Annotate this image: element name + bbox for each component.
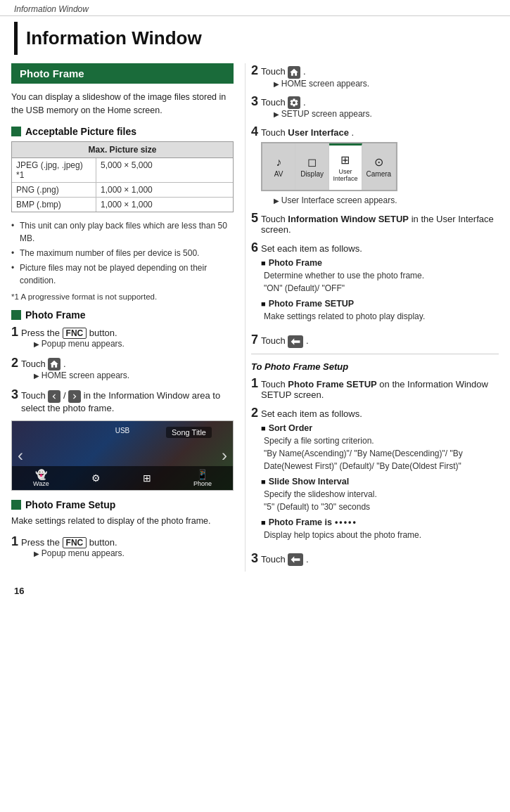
- notes-list: This unit can only play back files which…: [11, 219, 234, 287]
- subitem-photo-frame-is-title: Photo Frame is •••••: [261, 517, 499, 527]
- fnc-button-label: FNC: [63, 328, 87, 339]
- r-step-num-6: 6: [251, 240, 258, 255]
- subitem-slideshow-title: Slide Show Interval: [261, 477, 499, 486]
- back-icon-r7: [288, 335, 303, 348]
- tab-user-interface-label: User Interface: [332, 168, 359, 182]
- top-label: Information Window: [0, 0, 510, 16]
- tab-av-label: AV: [274, 170, 283, 178]
- tab-display: ◻ Display: [295, 143, 329, 190]
- intro-text: You can display a slideshow of the image…: [11, 91, 234, 117]
- step-1-result: Popup menu appears.: [21, 339, 125, 349]
- phone-icon: 📱 Phone: [193, 469, 212, 487]
- note-1: This unit can only play back files which…: [11, 219, 234, 245]
- acceptable-title: Acceptable Picture files: [11, 126, 234, 137]
- to-step-1-label: Touch Photo Frame SETUP on the Informati…: [261, 379, 488, 400]
- user-interface-icon: ⊞: [340, 153, 350, 167]
- step-1: 1 Press the FNC button. Popup menu appea…: [11, 325, 234, 349]
- settings-icon: ⚙: [91, 472, 101, 484]
- step-2-label: Touch .: [21, 359, 66, 369]
- to-step-num-2: 2: [251, 406, 258, 420]
- display-icon: ◻: [307, 155, 317, 169]
- to-section-title: To Photo Frame Setup: [251, 361, 499, 372]
- to-step-3-label: Touch .: [261, 554, 309, 565]
- right-arrow-icon: [68, 390, 81, 403]
- home-icon-r2: [288, 66, 300, 79]
- camera-icon: ⊙: [374, 155, 383, 169]
- right-column: 2 Touch . HOME screen appears. 3 Touch: [245, 63, 499, 572]
- subitem-photo-frame-is-body: Display help topics about the photo fram…: [261, 529, 499, 541]
- subitem-slideshow-body: Specify the slideshow interval. "5" (Def…: [261, 488, 499, 513]
- r-step-num-5: 5: [251, 211, 258, 226]
- r-step-4: 4 Touch User Interface . ♪ AV ◻ Display: [251, 124, 499, 205]
- r-step-7: 7 Touch .: [251, 333, 499, 348]
- waze-icon: 👻 Waze: [33, 469, 49, 487]
- r-step-num-4: 4: [251, 124, 258, 139]
- footnote: *1 A progressive format is not supported…: [11, 292, 234, 301]
- table-row: PNG (.png) 1,000 × 1,000: [12, 183, 233, 198]
- r-step-3-label: Touch .: [261, 97, 306, 108]
- r-step-7-label: Touch .: [261, 335, 309, 346]
- setup-step-1-label: Press the FNC button.: [21, 537, 117, 548]
- to-step-3: 3 Touch .: [251, 551, 499, 567]
- photo-frame-setup-sub-title: Photo Frame Setup: [11, 499, 234, 510]
- r-step-4-label: Touch User Interface .: [261, 127, 354, 138]
- gear-icon-r3: [288, 96, 300, 109]
- page-number: 16: [14, 586, 24, 596]
- table-cell-type-3: BMP (.bmp): [12, 198, 96, 212]
- r-step-3-result: SETUP screen appears.: [261, 109, 372, 119]
- page-title: Information Window: [26, 27, 202, 49]
- step-1-label: Press the FNC button.: [21, 328, 117, 338]
- step-2: 2 Touch . HOME screen appears.: [11, 356, 234, 381]
- step-2-result: HOME screen appears.: [21, 370, 129, 380]
- r-step-2-label: Touch .: [261, 66, 306, 77]
- table-cell-type-2: PNG (.png): [12, 183, 96, 197]
- ui-interface-screenshot: ♪ AV ◻ Display ⊞ User Interface ⊙: [261, 142, 397, 191]
- tab-camera: ⊙ Camera: [362, 143, 395, 190]
- to-step-num-3: 3: [251, 551, 258, 566]
- setup-step-num-1: 1: [11, 534, 18, 549]
- section-divider: [251, 354, 499, 354]
- apps-icon: ⊞: [143, 472, 151, 484]
- r-step-3: 3 Touch . SETUP screen appears.: [251, 94, 499, 120]
- av-icon: ♪: [276, 156, 281, 169]
- subitem-photo-frame-setup-body: Make settings related to photo play disp…: [261, 310, 425, 323]
- section-header-photo-frame: Photo Frame: [11, 63, 234, 84]
- bottom-bar: 👻 Waze ⚙ ⊞ 📱 Phone: [12, 466, 233, 490]
- note-3: Picture files may not be played dependin…: [11, 262, 234, 287]
- r-step-num-3: 3: [251, 94, 258, 109]
- subitem-photo-frame-body: Determine whether to use the photo frame…: [261, 269, 425, 295]
- back-icon-to3: [288, 553, 303, 566]
- r-step-6-label: Set each item as follows.: [261, 243, 362, 254]
- tab-camera-label: Camera: [366, 170, 392, 178]
- r-step-num-7: 7: [251, 333, 258, 347]
- note-2: The maximum number of files per device i…: [11, 247, 234, 259]
- home-screen-screenshot: USB Song Title ‹ › 👻 Waze ⚙ ⊞ 📱 Phone: [11, 420, 234, 491]
- step-num-2: 2: [11, 356, 18, 370]
- setup-step-1-result: Popup menu appears.: [21, 548, 125, 558]
- subitem-photo-frame-title: Photo Frame: [261, 258, 425, 268]
- table-row: JPEG (.jpg, .jpeg) *1 5,000 × 5,000: [12, 158, 233, 183]
- r-step-4-result: User Interface screen appears.: [261, 195, 397, 205]
- r-step-5: 5 Touch Information Window SETUP in the …: [251, 211, 499, 235]
- table-header: Max. Picture size: [12, 142, 233, 158]
- subitem-photo-frame-setup-title: Photo Frame SETUP: [261, 299, 425, 309]
- table-cell-type-1: JPEG (.jpg, .jpeg) *1: [12, 158, 96, 182]
- setup-intro: Make settings related to display of the …: [11, 515, 234, 528]
- subitem-sort-order-title: Sort Order: [261, 423, 499, 433]
- picture-size-table: Max. Picture size JPEG (.jpg, .jpeg) *1 …: [11, 141, 234, 212]
- fnc-button-label-2: FNC: [63, 537, 87, 548]
- step-num-3: 3: [11, 387, 18, 402]
- r-step-2: 2 Touch . HOME screen appears.: [251, 63, 499, 89]
- to-step-num-1: 1: [251, 376, 258, 391]
- step-3: 3 Touch / in the Information Window area…: [11, 387, 234, 413]
- subitem-sort-order-body: Specify a file sorting criterion. "By Na…: [261, 434, 499, 472]
- r-step-6: 6 Set each item as follows. Photo Frame …: [251, 240, 499, 327]
- step-3-label: Touch / in the Information Window area t…: [21, 390, 220, 413]
- step-num-1: 1: [11, 325, 18, 340]
- to-step-2-label: Set each item as follows.: [261, 408, 362, 419]
- r-step-num-2: 2: [251, 63, 258, 78]
- tab-user-interface[interactable]: ⊞ User Interface: [329, 143, 362, 190]
- r-step-5-label: Touch Information Window SETUP in the Us…: [261, 214, 494, 235]
- table-cell-size-2: 1,000 × 1,000: [96, 183, 157, 197]
- left-arrow-icon: [48, 390, 60, 403]
